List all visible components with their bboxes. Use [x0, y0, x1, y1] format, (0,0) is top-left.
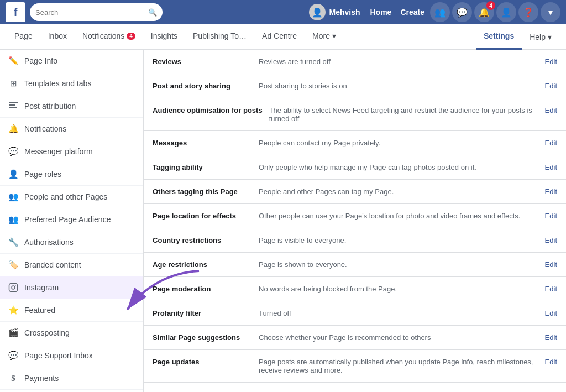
messenger-platform-icon: 💬 [8, 146, 19, 157]
sidebar-label: Messenger platform [24, 147, 93, 156]
sidebar-item-post-attribution[interactable]: Post attribution [0, 95, 143, 118]
settings-content: Reviews Reviews are turned off Edit Post… [144, 50, 566, 392]
sidebar-item-preferred-audience[interactable]: 👥 Preferred Page Audience [0, 208, 143, 231]
settings-row: Age restrictions Page is shown to everyo… [144, 253, 566, 277]
sidebar-item-branded-content[interactable]: 🏷️ Branded content [0, 254, 143, 276]
nav-publishing[interactable]: Publishing To… [185, 24, 254, 50]
help-icon-btn[interactable]: ❓ [518, 2, 538, 22]
groups-icon: 👤 [501, 7, 512, 18]
settings-value: Page is shown to everyone. [259, 260, 538, 269]
sidebar-item-featured[interactable]: ⭐ Featured [0, 299, 143, 322]
svg-rect-3 [9, 107, 17, 108]
settings-value: Only people who help manage my Page can … [259, 163, 538, 171]
settings-edit-btn[interactable]: Edit [545, 187, 557, 196]
settings-edit-btn[interactable]: Edit [545, 163, 557, 171]
user-name: Mehvish [329, 8, 360, 17]
sidebar-label: Branded content [24, 260, 81, 269]
nav-ad-centre[interactable]: Ad Centre [254, 24, 305, 50]
settings-edit-btn[interactable]: Edit [545, 333, 557, 342]
settings-row: Reviews Reviews are turned off Edit [144, 50, 566, 74]
nav-notifications[interactable]: Notifications 4 [75, 24, 143, 50]
help-chevron-icon: ▾ [548, 33, 552, 41]
nav-insights[interactable]: Insights [143, 24, 185, 50]
search-bar[interactable]: 🔍 [30, 3, 163, 21]
sidebar-label: People and other Pages [24, 192, 107, 201]
sidebar-label: Page Info [24, 56, 57, 65]
payments-icon: $ [8, 373, 19, 384]
sidebar-item-page-info[interactable]: ✏️ Page Info [0, 50, 143, 72]
settings-edit-btn[interactable]: Edit [545, 106, 557, 114]
settings-label: Page moderation [153, 285, 252, 293]
sidebar-item-notifications[interactable]: 🔔 Notifications [0, 118, 143, 140]
settings-edit-btn[interactable]: Edit [545, 58, 557, 66]
sidebar-item-instagram[interactable]: Instagram [0, 276, 143, 299]
more-nav-btn[interactable]: ▾ [541, 2, 560, 22]
featured-icon: ⭐ [8, 305, 19, 316]
nav-inbox[interactable]: Inbox [40, 24, 75, 50]
preferred-audience-icon: 👥 [8, 214, 19, 225]
settings-edit-btn[interactable]: Edit [545, 139, 557, 147]
sidebar-item-messenger[interactable]: 💬 Messenger platform [0, 140, 143, 163]
chevron-down-icon: ▾ [548, 7, 553, 18]
groups-icon-btn[interactable]: 👤 [496, 2, 516, 22]
settings-edit-btn[interactable]: Edit [545, 285, 557, 293]
sidebar-item-crossposting[interactable]: 🎬 Crossposting [0, 322, 143, 344]
sidebar: ✏️ Page Info ⊞ Templates and tabs Post a… [0, 50, 144, 392]
crossposting-icon: 🎬 [8, 327, 19, 338]
settings-label: Audience optimisation for posts [153, 106, 263, 114]
settings-edit-btn[interactable]: Edit [545, 309, 557, 317]
messenger-icon-btn[interactable]: 💬 [452, 2, 472, 22]
notifications-icon: 🔔 [8, 123, 19, 134]
home-nav-btn[interactable]: Home [367, 8, 395, 17]
create-nav-btn[interactable]: Create [397, 8, 428, 17]
svg-point-6 [15, 285, 16, 286]
sidebar-item-page-roles[interactable]: 👤 Page roles [0, 163, 143, 186]
settings-edit-btn[interactable]: Edit [545, 358, 557, 366]
settings-value: People and other Pages can tag my Page. [259, 187, 538, 196]
pencil-icon: ✏️ [8, 55, 19, 66]
settings-row: Post and story sharing Post sharing to s… [144, 74, 566, 98]
settings-row: Post in multiple languages Ability to wr… [144, 383, 566, 392]
settings-edit-btn[interactable]: Edit [545, 82, 557, 90]
nav-page[interactable]: Page [7, 24, 40, 50]
templates-icon: ⊞ [8, 78, 19, 89]
settings-label: Page location for effects [153, 212, 252, 220]
sidebar-label: Post attribution [24, 102, 76, 111]
settings-value: No words are being blocked from the Page… [259, 285, 538, 293]
settings-edit-btn[interactable]: Edit [545, 212, 557, 220]
settings-tab[interactable]: Settings [476, 24, 522, 50]
settings-row: Similar Page suggestions Choose whether … [144, 326, 566, 350]
facebook-logo: f [6, 2, 25, 22]
settings-edit-btn[interactable]: Edit [545, 236, 557, 244]
help-icon: ❓ [523, 7, 534, 18]
sidebar-label: Notifications [24, 124, 66, 133]
settings-row: Page location for effects Other people c… [144, 204, 566, 228]
avatar: 👤 [309, 4, 326, 20]
sidebar-item-payments[interactable]: $ Payments [0, 367, 143, 390]
sidebar-label: Instagram [24, 283, 59, 292]
sidebar-item-authorisations[interactable]: 🔧 Authorisations [0, 231, 143, 254]
settings-label: Tagging ability [153, 163, 252, 171]
sidebar-label: Crossposting [24, 328, 70, 337]
settings-label: Others tagging this Page [153, 187, 252, 196]
sidebar-label: Payments [24, 374, 59, 383]
search-input[interactable] [35, 8, 145, 17]
sidebar-item-templates[interactable]: ⊞ Templates and tabs [0, 72, 143, 95]
settings-row: Country restrictions Page is visible to … [144, 228, 566, 253]
settings-value: People can contact my Page privately. [259, 139, 538, 147]
svg-point-5 [12, 286, 15, 289]
nav-more[interactable]: More ▾ [305, 24, 344, 50]
settings-label: Page updates [153, 358, 252, 366]
settings-label: Profanity filter [153, 309, 252, 317]
page-roles-icon: 👤 [8, 169, 19, 180]
bell-icon-btn[interactable]: 🔔 4 [474, 2, 494, 22]
settings-row: Messages People can contact my Page priv… [144, 131, 566, 155]
notifications-badge: 4 [127, 33, 135, 40]
friends-icon-btn[interactable]: 👥 [430, 2, 450, 22]
help-tab[interactable]: Help ▾ [522, 24, 559, 50]
settings-edit-btn[interactable]: Edit [545, 260, 557, 269]
sidebar-item-people-pages[interactable]: 👥 People and other Pages [0, 186, 143, 208]
sidebar-item-page-support[interactable]: 💬 Page Support Inbox [0, 344, 143, 367]
sidebar-label: Templates and tabs [24, 79, 91, 88]
settings-value: Post sharing to stories is on [259, 82, 538, 90]
